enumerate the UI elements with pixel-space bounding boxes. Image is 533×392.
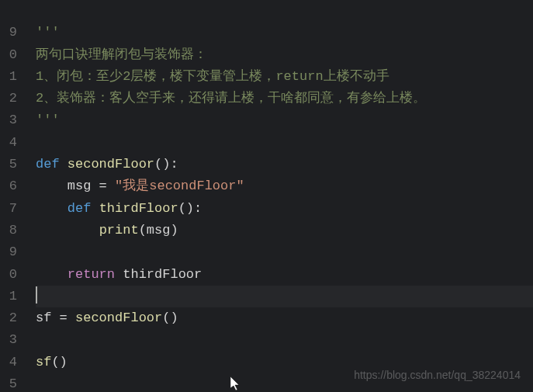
line-number: 3 xyxy=(0,109,17,131)
line-number xyxy=(0,0,17,22)
function-call: secondFloor xyxy=(75,310,162,325)
line-number: 0 xyxy=(0,44,17,66)
code-line: def thirdFloor(): xyxy=(36,198,533,220)
paren-open: ( xyxy=(139,223,147,238)
code-line xyxy=(36,241,533,263)
code-line: 2、装饰器：客人空手来，还得请上楼，干啥都同意，有参给上楼。 xyxy=(36,88,533,109)
variable-name: msg xyxy=(67,179,92,193)
line-number: 9 xyxy=(0,22,17,43)
operator: = xyxy=(91,179,115,193)
line-number: 4 xyxy=(0,352,17,373)
code-editor[interactable]: 9 0 1 2 3 4 5 6 7 8 9 0 1 2 3 4 5 ''' 两句… xyxy=(0,0,533,392)
line-number: 5 xyxy=(0,154,17,175)
comment-text: 2、装饰器：客人空手来，还得请上楼，干啥都同意，有参给上楼。 xyxy=(36,91,426,106)
code-line: sf = secondFloor() xyxy=(36,307,533,329)
code-line: msg = "我是secondFloor" xyxy=(36,175,533,197)
line-number: 2 xyxy=(0,307,17,329)
code-line xyxy=(36,132,533,154)
code-line: def secondFloor(): xyxy=(36,154,533,175)
comment-text: 两句口诀理解闭包与装饰器： xyxy=(36,47,207,62)
line-number: 1 xyxy=(0,66,17,88)
keyword-def: def xyxy=(67,201,92,216)
line-number: 4 xyxy=(0,132,17,154)
parentheses: (): xyxy=(178,201,202,216)
code-content[interactable]: ''' 两句口诀理解闭包与装饰器： 1、闭包：至少2层楼，楼下变量管上楼，ret… xyxy=(25,0,533,392)
line-number: 3 xyxy=(0,329,17,351)
code-line: 两句口诀理解闭包与装饰器： xyxy=(36,44,533,66)
line-number: 5 xyxy=(0,373,17,392)
variable-name: sf xyxy=(36,310,51,325)
code-line xyxy=(36,329,533,351)
parentheses: (): xyxy=(154,157,178,172)
paren-close: ) xyxy=(170,223,178,238)
code-line-active xyxy=(36,286,533,307)
keyword-def: def xyxy=(36,157,60,172)
function-name: secondFloor xyxy=(67,157,154,172)
operator: = xyxy=(51,310,75,325)
line-number: 6 xyxy=(0,175,17,197)
line-number: 9 xyxy=(0,241,17,263)
builtin-function: print xyxy=(99,223,139,238)
comment-text: ''' xyxy=(36,25,60,40)
keyword-return: return xyxy=(67,267,115,282)
parentheses: () xyxy=(51,355,67,369)
code-line: print(msg) xyxy=(36,220,533,241)
line-number: 8 xyxy=(0,220,17,241)
argument: msg xyxy=(147,223,171,238)
function-name: thirdFloor xyxy=(99,201,178,216)
watermark-text: https://blog.csdn.net/qq_38224014 xyxy=(354,364,521,386)
text-cursor xyxy=(36,286,37,304)
code-line xyxy=(36,0,533,22)
line-number: 7 xyxy=(0,198,17,220)
line-number: 1 xyxy=(0,286,17,307)
comment-text: 1、闭包：至少2层楼，楼下变量管上楼，return上楼不动手 xyxy=(36,69,389,84)
line-number: 0 xyxy=(0,264,17,286)
code-line: 1、闭包：至少2层楼，楼下变量管上楼，return上楼不动手 xyxy=(36,66,533,88)
line-number-gutter: 9 0 1 2 3 4 5 6 7 8 9 0 1 2 3 4 5 xyxy=(0,0,25,392)
function-call: sf xyxy=(36,355,51,369)
parentheses: () xyxy=(162,310,178,325)
code-line: ''' xyxy=(36,109,533,131)
comment-text: ''' xyxy=(36,113,60,127)
code-line: return thirdFloor xyxy=(36,264,533,286)
return-value: thirdFloor xyxy=(115,267,202,282)
string-literal: "我是secondFloor" xyxy=(115,179,244,193)
line-number: 2 xyxy=(0,88,17,109)
code-line: ''' xyxy=(36,22,533,43)
